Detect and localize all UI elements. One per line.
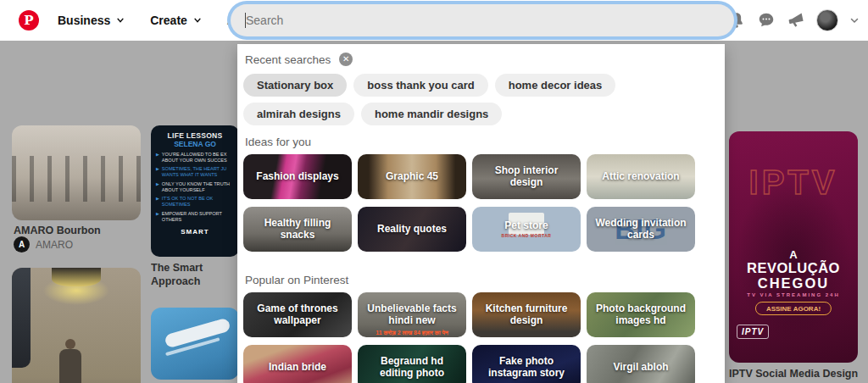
iptv-line: REVOLUÇÃO <box>729 260 858 276</box>
arrow-icon: ▶ <box>156 181 159 193</box>
life-lessons-bullet: ▶EMPOWER AND SUPPORT OTHERS <box>156 211 234 223</box>
nav-label: Create <box>150 14 187 27</box>
curtain <box>12 268 31 368</box>
header-actions <box>727 0 863 41</box>
arrow-icon: ▶ <box>156 211 159 223</box>
pinterest-app: AMARO Bourbon A AMARO LIFE LESSONS SELEN… <box>0 0 868 383</box>
iptv-cta-badge: ASSINE AGORA! <box>755 302 832 315</box>
popular-tile[interactable]: Fake photo instagram story <box>472 345 581 383</box>
iptv-subtitle: TV VIA STREAMING 24H <box>729 292 858 297</box>
life-lessons-bullet: ▶ONLY YOU KNOW THE TRUTH ABOUT YOURSELF <box>156 181 234 193</box>
pin-image-iptv[interactable]: IPTV A REVOLUÇÃO CHEGOU TV VIA STREAMING… <box>729 131 858 363</box>
account-avatar[interactable] <box>816 9 838 31</box>
popular-tile[interactable]: Virgil abloh <box>587 345 695 383</box>
popular-tile[interactable]: Unbelievable facts hindi new 11 करोड़ 2 … <box>358 292 466 337</box>
ideas-for-you-label: Ideas for you <box>245 136 715 148</box>
recent-searches-label: Recent searches <box>245 53 331 66</box>
pin-title[interactable]: IPTV Social Media Design pack ... <box>729 368 858 380</box>
idea-tile[interactable]: Graphic 45 <box>358 154 466 199</box>
life-lessons-bullet: ▶SOMETIMES, THE HEART JU WANTS WHAT IT W… <box>156 166 234 178</box>
search-input[interactable] <box>231 4 734 36</box>
idea-tile[interactable]: Healthy filling snacks <box>243 207 352 252</box>
popular-on-pinterest-label: Popular on Pinterest <box>245 274 715 286</box>
life-lessons-bullet: ▶IT'S OK TO NOT BE OK SOMETIMES <box>156 196 234 208</box>
chevron-down-icon[interactable] <box>849 15 860 25</box>
tile-subtext: 11 करोड़ 2 लाख 84 हज़ार का पेन <box>358 330 466 336</box>
recent-chip[interactable]: Stationary box <box>243 74 347 97</box>
recent-chip[interactable]: almirah designs <box>243 103 354 125</box>
iptv-line: CHEGOU <box>729 275 858 291</box>
chevron-down-icon <box>193 16 202 25</box>
iptv-line: A <box>729 248 858 261</box>
clear-recent-icon[interactable]: ✕ <box>339 53 353 66</box>
idea-tile[interactable]: BIG Wedding invitation cards <box>587 207 695 252</box>
popular-tile[interactable]: Indian bride <box>243 345 352 383</box>
popular-tiles: Game of thrones wallpaper Unbelievable f… <box>243 292 715 383</box>
arrow-icon: ▶ <box>156 166 159 178</box>
nav-create[interactable]: Create <box>150 14 202 27</box>
life-lessons-heading: LIFE LESSONS <box>156 131 234 140</box>
pinterest-logo[interactable]: P <box>19 10 39 31</box>
pin-image-airplane[interactable] <box>151 308 239 380</box>
iptv-logo: IPTV <box>737 325 769 339</box>
chevron-down-icon <box>116 16 125 25</box>
popular-tile[interactable]: Photo background images hd <box>587 292 695 337</box>
person-silhouette <box>59 349 81 383</box>
idea-tile[interactable]: Fashion displays <box>243 154 352 199</box>
search-pill <box>231 4 734 36</box>
pendant-lamp <box>52 268 101 286</box>
idea-tile[interactable]: Reality quotes <box>358 207 466 252</box>
avatar: A <box>14 236 30 253</box>
recent-chip[interactable]: boss thank you card <box>353 74 487 97</box>
recent-chips: Stationary box boss thank you card home … <box>243 74 715 125</box>
nav-business[interactable]: Business <box>58 14 125 27</box>
popular-tile[interactable]: Begraund hd editing photo <box>358 345 466 383</box>
pin-image-amaro-store[interactable] <box>12 125 141 220</box>
ideas-tiles: Fashion displays Graphic 45 Shop interio… <box>243 154 715 252</box>
tile-subtext: BRICK AND MORTAR <box>502 233 552 238</box>
idea-tile[interactable]: Attic renovation <box>587 154 695 199</box>
search-dropdown: Recent searches ✕ Stationary box boss th… <box>237 44 725 383</box>
account-name: AMARO <box>36 239 73 251</box>
search-bar <box>231 4 734 36</box>
popular-tile[interactable]: Kitchen furniture design <box>472 292 581 337</box>
iptv-outline-text: IPTV <box>729 164 858 202</box>
arrow-icon: ▶ <box>156 152 159 164</box>
recent-searches-row: Recent searches ✕ <box>245 53 715 66</box>
pin-image-room-video[interactable] <box>12 268 141 383</box>
idea-tile[interactable]: Shop interior design <box>472 154 581 199</box>
pin-account[interactable]: A AMARO <box>14 236 73 253</box>
nav-label: Business <box>58 14 110 27</box>
popular-tile[interactable]: Game of thrones wallpaper <box>243 292 352 337</box>
messages-chat-icon[interactable] <box>757 11 776 30</box>
pin-title[interactable]: AMARO Bourbon <box>14 225 141 236</box>
ads-megaphone-icon[interactable] <box>785 9 807 31</box>
arrow-icon: ▶ <box>156 196 159 208</box>
smart-logo: SMART <box>156 228 234 236</box>
recent-chip[interactable]: home mandir designs <box>361 103 502 125</box>
pin-image-life-lessons[interactable]: LIFE LESSONS SELENA GO ▶YOU'RE ALLOWED T… <box>151 125 239 257</box>
idea-tile[interactable]: Pet store BRICK AND MORTAR <box>472 207 581 252</box>
life-lessons-bullet: ▶YOU'RE ALLOWED TO BE EX ABOUT YOUR OWN … <box>156 152 234 164</box>
pin-title[interactable]: The Smart Approach Creation <box>151 262 241 289</box>
text-cursor <box>245 13 246 28</box>
recent-chip[interactable]: home decor ideas <box>495 74 616 97</box>
life-lessons-subheading: SELENA GO <box>156 140 234 148</box>
